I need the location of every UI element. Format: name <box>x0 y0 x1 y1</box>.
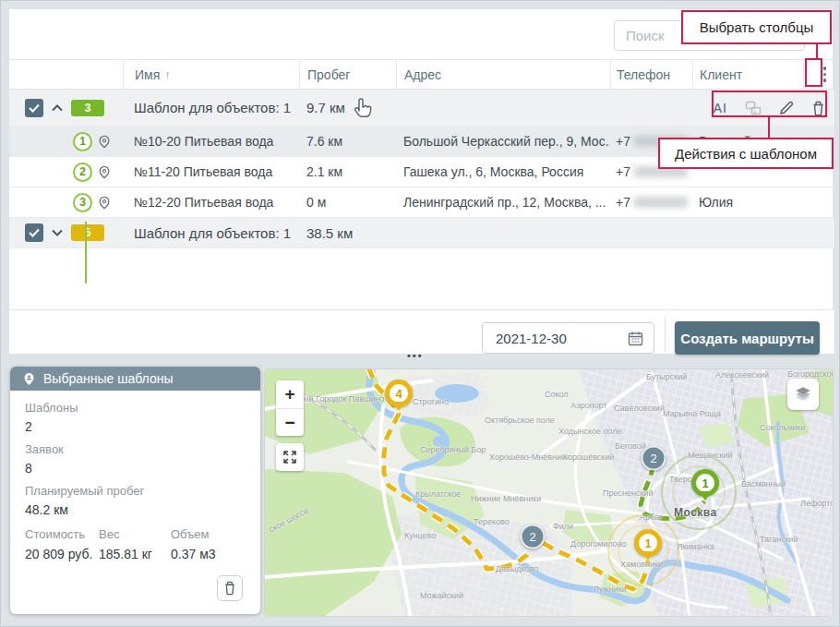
marker-number: 2 <box>650 452 656 465</box>
metric-label: Объем <box>171 527 216 541</box>
map[interactable]: ный Городок ПавшиноСтрогиноСоколОктябрьс… <box>264 368 834 617</box>
map-pin-marker[interactable]: 4 <box>385 380 413 407</box>
template-row[interactable]: 3 Шаблон для объектов: 1 9.7 км AI <box>9 90 834 127</box>
map-label: Давыдково <box>496 564 538 573</box>
route-date-input[interactable] <box>482 322 654 354</box>
stat-label: Шаблоны <box>25 401 246 415</box>
map-zoom-control: + − <box>276 380 304 436</box>
marker-number: 4 <box>395 387 402 401</box>
callout-select-columns: Выбрать столбцы <box>681 10 832 44</box>
map-label: Таганский <box>760 535 798 544</box>
map-label: Серебряный Бор <box>420 445 486 454</box>
map-label: Ходынское поле <box>558 427 621 436</box>
zoom-in-button[interactable]: + <box>276 380 304 408</box>
trash-icon <box>223 581 236 596</box>
table-footer: Создать маршруты <box>9 309 834 354</box>
table-body: 3 Шаблон для объектов: 1 9.7 км AI 1 №10… <box>9 90 834 248</box>
rename-icon[interactable]: AI <box>714 101 727 115</box>
map-label: ный Городок Павшино <box>298 394 384 404</box>
map-label: Хамовники <box>620 560 663 569</box>
map-label: Савёловский <box>614 404 665 413</box>
delete-trash-icon[interactable] <box>811 101 825 116</box>
fullscreen-button[interactable] <box>276 443 304 471</box>
map-stop-marker[interactable]: 2 <box>642 446 666 471</box>
transfer-icon[interactable] <box>745 101 762 115</box>
clear-selection-button[interactable] <box>217 575 243 601</box>
template-checkbox[interactable] <box>25 99 43 117</box>
map-label: Мещанский <box>688 451 732 460</box>
order-address: Гашека ул., 6, Москва, Россия <box>396 164 610 179</box>
map-label: Аэропорт <box>570 401 607 410</box>
column-settings-kebab-icon[interactable] <box>815 66 834 82</box>
order-phone: +7 <box>610 195 692 210</box>
pin-person-icon <box>23 372 35 386</box>
map-label: Пресненский <box>603 488 653 498</box>
template-name: Шаблон для объектов: 1 <box>123 100 299 115</box>
stat-value: 2 <box>25 419 246 434</box>
order-mileage: 0 м <box>299 195 396 210</box>
map-label: Можайский <box>420 591 463 600</box>
template-mileage: 9.7 км <box>299 100 396 115</box>
header-phone[interactable]: Телефон <box>610 60 692 89</box>
create-routes-button[interactable]: Создать маршруты <box>675 321 820 355</box>
edit-pencil-icon[interactable] <box>779 101 794 115</box>
map-label: Богородское <box>787 369 834 379</box>
templates-table-panel: Имя↑ Пробег Адрес Телефон Клиент 3 Шабло… <box>8 8 834 354</box>
header-name-label: Имя <box>135 67 160 82</box>
map-label: Басманный <box>741 479 786 488</box>
template-name: Шаблон для объектов: 1 <box>123 225 299 241</box>
marker-number: 1 <box>644 537 651 550</box>
collapse-chevron-up-icon[interactable] <box>51 102 64 114</box>
marker-number: 1 <box>702 476 708 490</box>
expand-chevron-down-icon[interactable] <box>51 227 64 238</box>
footer-divider <box>665 317 666 352</box>
order-address: Большой Черкасский пер., 9, Мос... <box>396 134 610 149</box>
order-mileage: 7.6 км <box>299 134 396 149</box>
header-name[interactable]: Имя↑ <box>123 60 299 89</box>
map-label: Строгино <box>413 397 449 406</box>
map-label: Беговой <box>615 441 646 451</box>
place-pin-icon <box>98 165 111 179</box>
split-drag-handle[interactable]: ••• <box>407 350 424 361</box>
map-label: Лефортово <box>800 499 834 508</box>
map-label: Марьина Роща <box>663 409 721 418</box>
orders-count-badge: 3 <box>71 100 104 116</box>
map-pin-marker[interactable]: 1 <box>634 529 662 557</box>
map-label: Сокол <box>545 390 569 399</box>
metric-value: 0.37 м3 <box>171 547 216 561</box>
order-address: Ленинградский пр., 12, Москва, ... <box>396 195 610 210</box>
header-client[interactable]: Клиент <box>692 60 803 89</box>
metric-label: Стоимость <box>25 527 99 541</box>
stat-value: 8 <box>25 461 246 476</box>
callout-template-actions: Действия с шаблоном <box>658 138 834 169</box>
layers-button[interactable] <box>787 379 819 410</box>
map-pin-marker[interactable]: 1 <box>691 469 719 497</box>
callout-pointer-line <box>768 117 770 138</box>
stat-value: 48.2 км <box>25 502 246 517</box>
order-row[interactable]: 3 №12-20 Питьевая вода 0 м Ленинградский… <box>9 187 834 218</box>
map-label: Октябрьское поле <box>485 416 555 425</box>
map-label: Сокольники <box>760 423 805 432</box>
marker-number: 2 <box>529 530 535 544</box>
place-pin-icon <box>98 196 111 210</box>
map-stop-marker[interactable]: 2 <box>521 525 546 549</box>
order-name: №11-20 Питьевая вода <box>123 164 299 179</box>
template-actions: AI <box>714 98 825 118</box>
map-label: Крылатское <box>415 489 461 499</box>
map-label: Дорогомилово <box>570 539 627 549</box>
selected-templates-card: Выбранные шаблоны Шаблоны 2 Заявок 8 Пла… <box>10 367 260 614</box>
map-label: Кунцево <box>404 531 436 540</box>
map-label: Хорошёво-Мнёвники <box>489 452 570 462</box>
zoom-out-button[interactable]: − <box>276 408 304 436</box>
layers-icon <box>793 384 813 404</box>
header-address[interactable]: Адрес <box>396 60 610 89</box>
header-mileage[interactable]: Пробег <box>299 60 396 89</box>
map-label: Нижние Мнёвники <box>471 494 541 503</box>
stop-order-number: 3 <box>73 193 92 212</box>
sort-asc-icon: ↑ <box>164 67 171 81</box>
template-checkbox[interactable] <box>25 223 43 242</box>
map-canvas <box>265 369 834 617</box>
stop-order-number: 2 <box>73 163 92 182</box>
map-label: Бутырский <box>646 372 687 381</box>
template-row[interactable]: 5 Шаблон для объектов: 1 38.5 км <box>9 218 834 248</box>
